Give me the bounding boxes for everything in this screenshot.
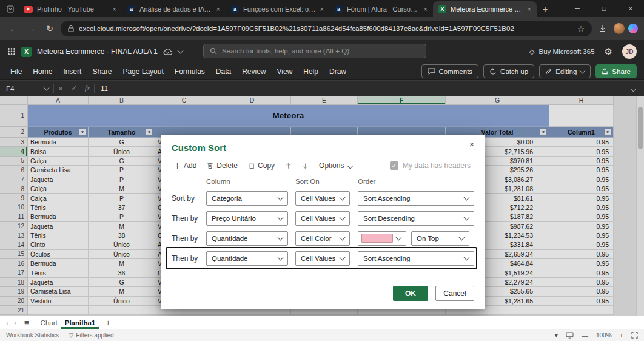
my-data-has-headers-checkbox[interactable]: ✓ My data has headers <box>390 161 471 170</box>
minimize-button[interactable]: ─ <box>564 0 591 17</box>
copy-icon <box>248 162 255 169</box>
move-rule-down-button[interactable] <box>302 163 309 169</box>
zoom-out-button[interactable]: — <box>582 332 588 339</box>
copy-rule-button[interactable]: Copy <box>248 161 275 170</box>
sort-on-dropdown[interactable]: Cell Values <box>295 191 350 206</box>
workbook-statistics-button[interactable]: Workbook Statistics <box>6 332 59 339</box>
order-dropdown[interactable]: On Top <box>411 231 469 246</box>
column-dropdown[interactable]: Quantidade <box>206 251 288 266</box>
settings-gear-icon[interactable]: ⚙ <box>605 46 612 57</box>
menu-draw[interactable]: Draw <box>324 65 352 78</box>
new-tab-button[interactable]: + <box>543 4 548 14</box>
chevron-down-icon <box>278 255 284 261</box>
add-rule-button[interactable]: Add <box>174 161 196 170</box>
menu-review[interactable]: Review <box>236 65 271 78</box>
display-settings-icon[interactable] <box>566 332 574 339</box>
maximize-button[interactable]: □ <box>591 0 617 17</box>
buy-microsoft-365-button[interactable]: ◇ Buy Microsoft 365 <box>529 47 595 56</box>
order-dropdown[interactable]: Sort Descending <box>358 211 474 226</box>
menu-insert[interactable]: Insert <box>58 65 87 78</box>
sheet-tab-chart[interactable]: Chart <box>37 316 61 329</box>
account-avatar[interactable]: JD <box>622 44 637 59</box>
zoom-level[interactable]: 100% <box>596 332 612 339</box>
menu-page-layout[interactable]: Page Layout <box>117 65 169 78</box>
sort-on-dropdown[interactable]: Cell Values <box>295 251 350 266</box>
menu-view[interactable]: View <box>272 65 298 78</box>
browser-profile-avatar[interactable] <box>614 23 625 34</box>
cell-reference: F4 <box>6 85 14 92</box>
tab-title: Meteora Ecommerce - FINAL <box>451 5 523 13</box>
share-button[interactable]: Share <box>595 64 637 78</box>
saved-cloud-icon[interactable] <box>163 49 173 55</box>
menu-share[interactable]: Share <box>87 65 117 78</box>
downloads-icon[interactable] <box>595 21 610 36</box>
sort-on-dropdown[interactable]: Cell Color <box>295 231 350 246</box>
sheet-nav-prev-icon[interactable]: ‹ <box>6 319 8 327</box>
sheet-list-button[interactable]: ≡ <box>24 318 29 327</box>
formula-input[interactable]: 11 <box>101 85 108 92</box>
menu-formulas[interactable]: Formulas <box>169 65 210 78</box>
browser-tab[interactable]: Profinho - YouTube× <box>18 1 122 17</box>
tab-actions-button[interactable] <box>2 1 18 17</box>
tab-close-icon[interactable]: × <box>422 5 429 13</box>
ok-button[interactable]: OK <box>393 286 428 301</box>
sort-on-dropdown[interactable]: Cell Values <box>295 211 350 226</box>
back-button[interactable]: ← <box>6 21 21 36</box>
menu-home[interactable]: Home <box>27 65 58 78</box>
tab-close-icon[interactable]: × <box>526 5 533 13</box>
document-title[interactable]: Meteora Ecommerce - FINAL AULA 1 <box>37 47 158 56</box>
menu-data[interactable]: Data <box>210 65 236 78</box>
dialog-close-button[interactable]: × <box>466 139 478 149</box>
forward-button[interactable]: → <box>24 21 39 36</box>
sheet-nav-next-icon[interactable]: › <box>14 319 16 327</box>
app-launcher-button[interactable] <box>7 47 16 56</box>
browser-tab[interactable]: aFunções com Excel: operaçõ× <box>226 1 329 17</box>
tab-close-icon[interactable]: × <box>215 5 222 13</box>
bookmark-star-icon[interactable]: ☆ <box>577 24 585 33</box>
order-dropdown[interactable]: Sort Ascending <box>358 251 474 266</box>
browser-tab[interactable]: aAnálise de dados e IA Gener× <box>122 1 226 17</box>
cell-color-dropdown[interactable] <box>358 231 406 246</box>
options-button[interactable]: Options <box>319 161 352 170</box>
insert-function-icon[interactable]: fx <box>81 84 94 93</box>
filters-applied-indicator[interactable]: ▽ Filters applied <box>69 332 114 339</box>
menu-help[interactable]: Help <box>298 65 324 78</box>
confirm-entry-icon[interactable]: ✓ <box>67 84 81 92</box>
browser-tab[interactable]: XMeteora Ecommerce - FINAL× <box>433 1 537 17</box>
editing-mode-button[interactable]: Editing <box>539 64 591 78</box>
tab-close-icon[interactable]: × <box>318 5 326 13</box>
fit-to-window-button[interactable] <box>631 332 638 339</box>
cancel-entry-icon[interactable]: × <box>54 85 67 92</box>
tab-strip: Profinho - YouTube×aAnálise de dados e I… <box>18 1 537 17</box>
chevron-down-icon <box>340 215 346 221</box>
funnel-icon: ▽ <box>69 332 74 339</box>
close-window-button[interactable]: × <box>617 0 644 17</box>
zoom-in-button[interactable]: + <box>620 332 623 339</box>
delete-rule-button[interactable]: Delete <box>207 161 238 170</box>
address-bar[interactable]: excel.cloud.microsoft/open/onedrive/?doc… <box>61 21 592 36</box>
refresh-button[interactable]: ↻ <box>42 21 57 36</box>
order-dropdown[interactable]: Sort Ascending <box>358 191 474 206</box>
browser-tab[interactable]: aFórum | Alura - Cursos onlin× <box>329 1 433 17</box>
status-options-chevron-icon[interactable]: ▾ <box>554 331 558 339</box>
add-sheet-button[interactable]: + <box>106 318 110 328</box>
comments-button[interactable]: Comments <box>421 64 479 78</box>
site-info-lock-icon[interactable] <box>68 25 74 32</box>
catch-up-button[interactable]: Catch up <box>483 64 534 78</box>
title-chevron-down-icon[interactable] <box>178 48 184 54</box>
column-dropdown[interactable]: Preço Unitário <box>206 211 288 226</box>
name-box[interactable]: F4 <box>0 85 53 92</box>
sheet-tab-planilha1[interactable]: Planilha1 <box>61 316 99 329</box>
menu-file[interactable]: File <box>5 65 27 78</box>
copilot-icon[interactable] <box>628 24 638 33</box>
tab-close-icon[interactable]: × <box>111 5 118 13</box>
filters-applied-label: Filters applied <box>76 332 113 339</box>
formula-bar: F4 × ✓ fx 11 <box>0 80 644 96</box>
move-rule-up-button[interactable] <box>285 163 292 169</box>
column-dropdown[interactable]: Categoria <box>206 191 288 206</box>
cancel-button[interactable]: Cancel <box>435 286 474 301</box>
search-bar[interactable]: Search for tools, help, and more (Alt + … <box>203 44 426 58</box>
excel-logo-icon[interactable]: X <box>21 47 32 57</box>
column-dropdown[interactable]: Quantidade <box>206 231 288 246</box>
expand-formula-bar-icon[interactable] <box>631 85 644 92</box>
